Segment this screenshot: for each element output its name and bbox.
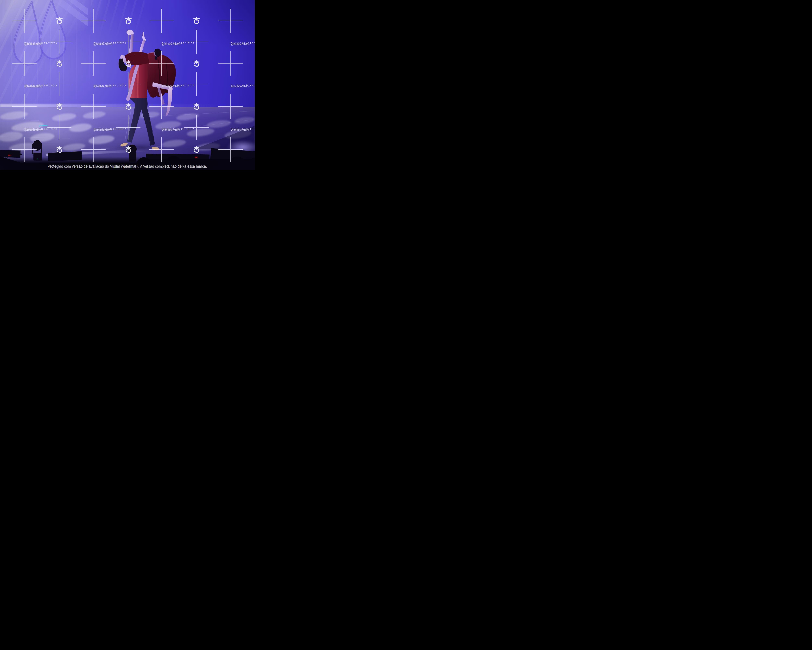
watermark-layer: DIVULGAÇÃO PROIBIDA@balletemfocoDIVULGAÇ…	[0, 0, 255, 170]
watermark-protection-notice: Protegido com versão de avaliação do Vis…	[48, 164, 207, 169]
watermark-cross-icon	[150, 9, 174, 33]
aperture-dancer-icon	[124, 102, 132, 111]
aperture-dancer-icon	[55, 17, 63, 25]
watermark-line2: @balletemfoco	[162, 128, 180, 132]
watermark-line2: @balletemfoco	[230, 42, 250, 46]
aperture-dancer-icon	[124, 145, 132, 154]
watermark-cross-icon	[12, 137, 37, 162]
aperture-dancer-icon	[55, 102, 63, 111]
watermark-line2: @balletemfoco	[230, 128, 250, 132]
cyan-scribble-icon	[39, 124, 47, 127]
aperture-dancer-icon	[193, 102, 200, 111]
watermark-line2: @balletemfoco	[93, 84, 112, 88]
watermark-line2: @balletemfoco	[24, 42, 43, 46]
watermark-cross-icon	[218, 9, 243, 33]
watermark-cross-icon	[150, 137, 174, 162]
watermark-cross-icon	[150, 94, 174, 119]
watermark-cross-icon	[81, 94, 105, 119]
aperture-dancer-icon	[55, 59, 63, 67]
watermark-line2: @balletemfoco	[93, 128, 112, 132]
watermark-cross-icon	[81, 137, 105, 162]
watermark-cross-icon	[218, 51, 243, 76]
watermark-line2: @balletemfoco	[162, 84, 180, 88]
watermark-cross-icon	[81, 51, 105, 76]
watermark-cross-icon	[12, 9, 37, 33]
aperture-dancer-icon	[193, 145, 200, 154]
stage-photo: 097 097 DIVULGAÇÃO PROIBIDA@balletemfoco…	[0, 0, 255, 170]
aperture-dancer-icon	[124, 59, 132, 67]
watermark-cross-icon	[12, 94, 37, 119]
watermark-line2: @balletemfoco	[24, 84, 43, 88]
aperture-dancer-icon	[193, 17, 200, 25]
aperture-dancer-icon	[124, 17, 132, 25]
watermark-line2: @balletemfoco	[93, 42, 112, 46]
watermark-line2: @balletemfoco	[162, 42, 180, 46]
watermark-line2: @balletemfoco	[230, 84, 250, 88]
aperture-dancer-icon	[193, 59, 200, 67]
watermark-cross-icon	[12, 51, 37, 76]
watermark-cross-icon	[150, 51, 174, 76]
aperture-dancer-icon	[55, 145, 63, 154]
watermark-cross-icon	[81, 9, 105, 33]
watermark-cross-icon	[218, 137, 243, 162]
watermark-line2: @balletemfoco	[24, 128, 43, 132]
watermark-cross-icon	[218, 94, 243, 119]
